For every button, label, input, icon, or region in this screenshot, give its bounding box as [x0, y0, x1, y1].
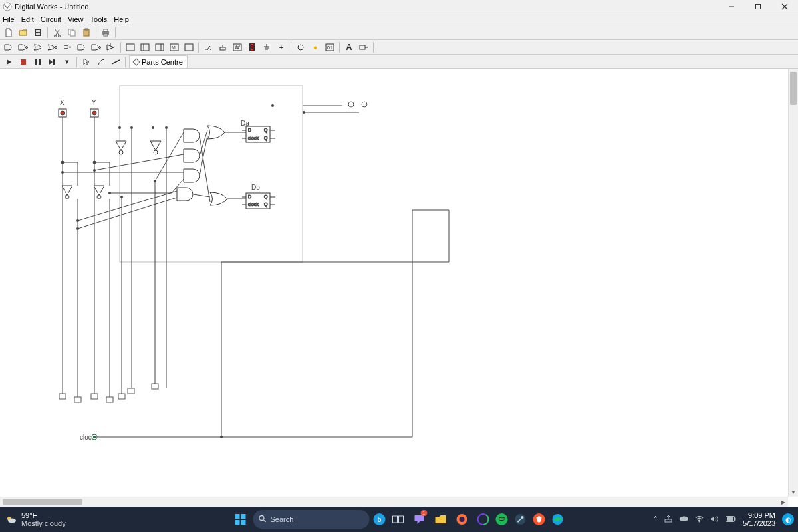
parts-centre-icon: [132, 58, 140, 65]
flipflop-db: D Q clock Q: [242, 193, 275, 209]
led-icon[interactable]: [293, 41, 308, 54]
task-view-icon[interactable]: [390, 511, 407, 528]
edge-icon[interactable]: [549, 511, 567, 528]
tray-volume-icon[interactable]: [710, 515, 719, 524]
svg-rect-54: [120, 86, 303, 262]
taskbar-search[interactable]: Search: [253, 510, 370, 529]
chat-icon[interactable]: 1: [411, 511, 428, 528]
scroll-right-icon[interactable]: ▶: [779, 497, 788, 507]
svg-point-145: [460, 517, 465, 522]
not-gate-icon[interactable]: [89, 41, 104, 54]
menu-edit[interactable]: Edit: [21, 15, 34, 23]
minimize-button[interactable]: [718, 0, 745, 13]
cut-icon[interactable]: [50, 26, 65, 39]
svg-point-154: [699, 521, 700, 522]
parts-centre-label: Parts Centre: [142, 58, 183, 66]
tray-wifi-icon[interactable]: [695, 515, 704, 524]
menu-file[interactable]: File: [3, 15, 15, 23]
start-button[interactable]: [232, 511, 249, 528]
tray-upload-icon[interactable]: [664, 515, 672, 524]
step-icon[interactable]: [45, 55, 60, 68]
7seg-icon[interactable]: [245, 41, 259, 54]
weather-temp: 59°F: [21, 511, 66, 519]
taskbar-weather[interactable]: 59°F Mostly cloudy: [5, 511, 66, 527]
copy-icon[interactable]: [65, 26, 79, 39]
workspace: X Y Da Db clock: [0, 69, 798, 507]
nor-gate-icon[interactable]: [45, 41, 60, 54]
numeric-io-icon[interactable]: 01: [323, 41, 337, 54]
svg-text:D: D: [248, 194, 251, 199]
taskbar-clock[interactable]: 9:09 PM 5/17/2023: [743, 511, 775, 527]
save-file-icon[interactable]: [31, 26, 45, 39]
tray-battery-icon[interactable]: [726, 515, 736, 523]
menu-help[interactable]: Help: [114, 15, 129, 23]
bing-icon[interactable]: b: [374, 513, 386, 525]
ground-icon[interactable]: [259, 41, 274, 54]
menu-tools[interactable]: Tools: [90, 15, 108, 23]
or-gate-icon[interactable]: [31, 41, 45, 54]
open-file-icon[interactable]: [16, 26, 31, 39]
window-title: Digital Works - Untitled: [15, 3, 89, 11]
pushbutton-icon[interactable]: [215, 41, 230, 54]
brave-icon[interactable]: [533, 513, 545, 525]
lamp-icon[interactable]: ●: [308, 41, 323, 54]
nand-gate-icon[interactable]: [16, 41, 31, 54]
circuit-svg: D Q clock Q D Q clock Q: [0, 69, 788, 497]
vcc-icon[interactable]: +: [274, 41, 289, 54]
svg-line-52: [112, 60, 120, 64]
paste-icon[interactable]: [79, 26, 94, 39]
tray-onedrive-icon[interactable]: [679, 515, 688, 523]
scroll-v-thumb[interactable]: [790, 72, 797, 105]
and-gate-icon[interactable]: [1, 41, 16, 54]
vertical-scrollbar[interactable]: ▲ ▼: [788, 69, 798, 497]
svg-rect-139: [241, 520, 246, 525]
search-icon: [259, 515, 267, 525]
scroll-h-thumb[interactable]: [3, 499, 82, 505]
tray-assist-icon[interactable]: ◐: [782, 513, 794, 525]
probe-tool-icon[interactable]: [94, 55, 108, 68]
maximize-button[interactable]: [745, 0, 771, 13]
svg-text:Q: Q: [264, 136, 268, 141]
spotify-icon[interactable]: [496, 513, 508, 525]
tristate-icon[interactable]: [104, 41, 118, 54]
parts-centre-button[interactable]: Parts Centre: [129, 55, 188, 68]
steam-icon[interactable]: [512, 511, 529, 528]
svg-rect-157: [727, 517, 733, 521]
toolbar-standard: [0, 25, 798, 40]
clock-icon-btn[interactable]: [230, 41, 245, 54]
rsflipflop-icon[interactable]: [152, 41, 167, 54]
stop-icon[interactable]: [16, 55, 31, 68]
wire-tool-icon[interactable]: [108, 55, 123, 68]
svg-point-51: [103, 59, 104, 60]
print-icon[interactable]: [98, 26, 113, 39]
svg-line-107: [155, 132, 184, 181]
tag-tool-icon[interactable]: [356, 41, 371, 54]
svg-line-109: [78, 198, 177, 229]
copilot-icon[interactable]: [475, 511, 492, 528]
macro-icon[interactable]: [182, 41, 196, 54]
close-button[interactable]: [771, 0, 798, 13]
scroll-down-icon[interactable]: ▼: [789, 487, 798, 497]
pause-icon[interactable]: [31, 55, 45, 68]
circuit-canvas[interactable]: X Y Da Db clock: [0, 69, 788, 497]
taskbar-tray: ˄ 9:09 PM 5/17/2023 ◐: [654, 511, 794, 527]
new-file-icon[interactable]: [1, 26, 16, 39]
speed-dropdown-icon[interactable]: ▾: [60, 55, 74, 68]
text-tool-icon[interactable]: A: [342, 41, 356, 54]
select-tool-icon[interactable]: [79, 55, 94, 68]
menu-circuit[interactable]: Circuit: [41, 15, 61, 23]
xor-gate-icon[interactable]: ⊃◦: [60, 41, 74, 54]
memory-icon[interactable]: M: [167, 41, 182, 54]
svg-point-135: [8, 519, 16, 523]
menu-view[interactable]: View: [68, 15, 84, 23]
svg-rect-35: [251, 44, 253, 45]
xnor-gate-icon[interactable]: [74, 41, 89, 54]
switch-icon[interactable]: [201, 41, 215, 54]
horizontal-scrollbar[interactable]: ◀ ▶: [0, 497, 788, 507]
jkflipflop-icon[interactable]: [138, 41, 152, 54]
file-explorer-icon[interactable]: [432, 511, 450, 528]
dflipflop-icon[interactable]: [123, 41, 138, 54]
tray-chevron-icon[interactable]: ˄: [654, 515, 658, 524]
firefox-icon[interactable]: [454, 511, 471, 528]
play-icon[interactable]: [1, 55, 16, 68]
